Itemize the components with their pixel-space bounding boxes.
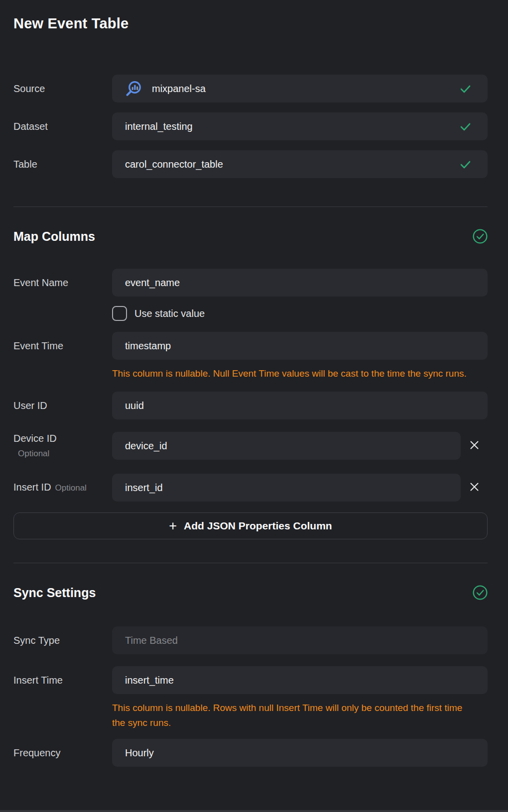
- device-id-optional-text: Optional: [13, 448, 112, 460]
- dataset-row: Dataset internal_testing: [13, 112, 488, 140]
- map-columns-header: Map Columns: [13, 229, 488, 244]
- dataset-label: Dataset: [13, 120, 112, 132]
- page-title: New Event Table: [13, 15, 488, 32]
- sync-type-value: Time Based: [125, 635, 475, 646]
- device-id-select[interactable]: device_id: [112, 432, 461, 460]
- insert-time-label: Insert Time: [13, 674, 112, 686]
- green-check-icon: [460, 160, 471, 169]
- user-id-label: User ID: [13, 400, 112, 411]
- event-time-warning: This column is nullable. Null Event Time…: [112, 366, 467, 381]
- map-columns-title: Map Columns: [13, 229, 95, 244]
- dataset-value: internal_testing: [125, 121, 452, 132]
- sync-type-label: Sync Type: [13, 634, 112, 646]
- static-value-row: Use static value: [112, 306, 488, 321]
- event-time-value: timestamp: [125, 340, 475, 352]
- green-circle-check-icon: [473, 229, 488, 244]
- green-check-icon: [460, 122, 471, 131]
- device-id-value: device_id: [125, 440, 448, 452]
- event-time-label: Event Time: [13, 340, 112, 352]
- table-value: carol_connector_table: [125, 159, 452, 170]
- insert-id-label: Insert IDOptional: [13, 481, 112, 494]
- green-check-icon: [460, 85, 471, 93]
- footer-edge: [0, 810, 508, 812]
- insert-id-label-text: Insert ID: [13, 482, 51, 493]
- insert-id-select[interactable]: insert_id: [112, 474, 461, 502]
- source-row: Source mixpanel-sa: [13, 75, 488, 102]
- event-name-select[interactable]: event_name: [112, 269, 488, 297]
- table-select[interactable]: carol_connector_table: [112, 150, 488, 178]
- event-name-label: Event Name: [13, 277, 112, 289]
- sync-type-row: Sync Type Time Based: [13, 626, 488, 654]
- source-value: mixpanel-sa: [152, 83, 452, 95]
- user-id-select[interactable]: uuid: [112, 392, 488, 419]
- user-id-row: User ID uuid: [13, 392, 488, 419]
- use-static-value-label: Use static value: [134, 308, 205, 319]
- use-static-value-checkbox[interactable]: [112, 306, 127, 321]
- device-id-label: Device ID Optional: [13, 432, 112, 460]
- section-divider: [13, 206, 488, 207]
- frequency-row: Frequency Hourly: [13, 739, 488, 767]
- device-id-remove-button[interactable]: [467, 438, 482, 454]
- event-name-row: Event Name event_name: [13, 269, 488, 297]
- event-time-select[interactable]: timestamp: [112, 332, 488, 360]
- sync-settings-header: Sync Settings: [13, 585, 488, 600]
- source-label: Source: [13, 83, 112, 95]
- table-row: Table carol_connector_table: [13, 150, 488, 178]
- insert-time-row: Insert Time insert_time: [13, 666, 488, 694]
- frequency-select[interactable]: Hourly: [112, 739, 488, 767]
- insert-time-warning: This column is nullable. Rows with null …: [112, 701, 467, 730]
- insert-id-remove-button[interactable]: [467, 480, 482, 496]
- insert-id-remove-slot: [461, 480, 488, 496]
- sync-settings-title: Sync Settings: [13, 586, 96, 600]
- event-name-value: event_name: [125, 277, 475, 289]
- insert-time-select[interactable]: insert_time: [112, 666, 488, 694]
- x-icon: [470, 441, 479, 451]
- sync-type-select[interactable]: Time Based: [112, 626, 488, 654]
- event-time-row: Event Time timestamp: [13, 332, 488, 360]
- table-label: Table: [13, 158, 112, 170]
- plus-icon: +: [169, 519, 177, 533]
- dataset-select[interactable]: internal_testing: [112, 112, 488, 140]
- user-id-value: uuid: [125, 400, 475, 411]
- insert-time-value: insert_time: [125, 675, 475, 686]
- frequency-value: Hourly: [125, 747, 475, 759]
- source-select[interactable]: mixpanel-sa: [112, 75, 488, 102]
- device-id-label-text: Device ID: [13, 433, 57, 444]
- insert-id-row: Insert IDOptional insert_id: [13, 474, 488, 502]
- frequency-label: Frequency: [13, 747, 112, 759]
- green-circle-check-icon: [473, 585, 488, 600]
- magnifier-bar-chart-icon: [125, 80, 142, 97]
- device-id-row: Device ID Optional device_id: [13, 432, 488, 460]
- add-json-properties-button[interactable]: + Add JSON Properties Column: [13, 512, 488, 539]
- insert-id-optional-text: Optional: [55, 483, 87, 493]
- insert-id-value: insert_id: [125, 482, 448, 494]
- section-divider: [13, 563, 488, 563]
- new-event-table-form: New Event Table Source mixpanel-sa Datas…: [0, 0, 508, 767]
- device-id-remove-slot: [461, 438, 488, 454]
- add-json-properties-label: Add JSON Properties Column: [184, 520, 332, 532]
- x-icon: [470, 483, 479, 493]
